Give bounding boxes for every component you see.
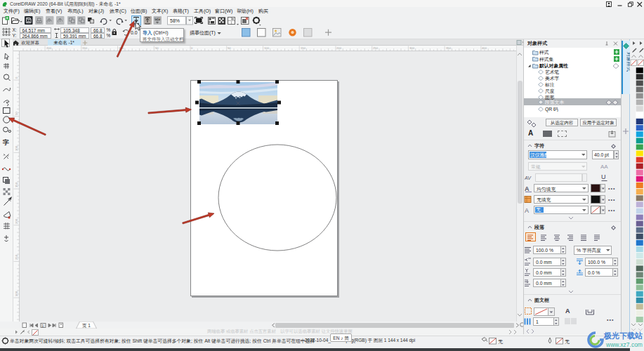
svg-text:A: A xyxy=(525,207,529,214)
svg-text:PDF: PDF xyxy=(155,18,160,20)
svg-text:A: A xyxy=(525,185,530,192)
svg-text:U: U xyxy=(601,173,606,180)
svg-text:1: 1 xyxy=(41,324,44,328)
svg-text:页 1: 页 1 xyxy=(82,323,91,328)
svg-text:字: 字 xyxy=(2,139,9,146)
svg-text:AV: AV xyxy=(525,176,532,180)
svg-text:无: 无 xyxy=(565,339,570,345)
svg-text:极光下载站: 极光下载站 xyxy=(603,331,643,340)
svg-text:无: 无 xyxy=(498,339,503,345)
svg-text:58%: 58% xyxy=(170,18,180,23)
svg-text:AA: AA xyxy=(600,164,608,170)
svg-text:www.xz7.com: www.xz7.com xyxy=(605,341,643,348)
